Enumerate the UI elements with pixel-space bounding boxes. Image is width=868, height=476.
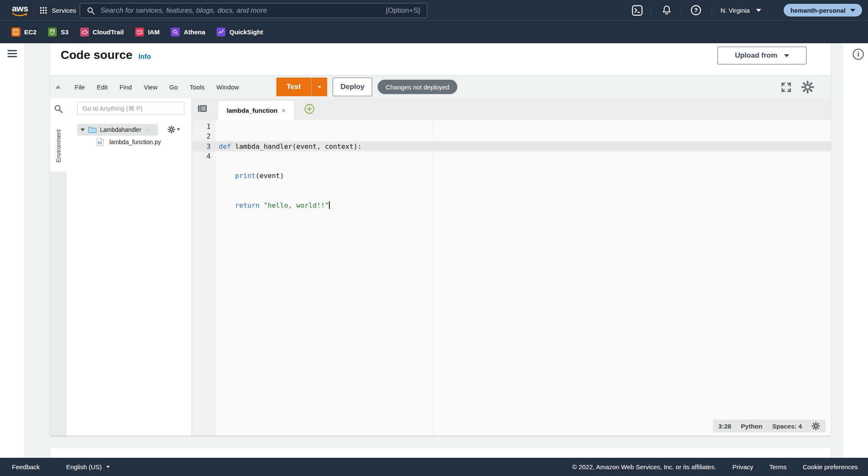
fullscreen-icon: [781, 82, 792, 93]
cursor-position[interactable]: 3:28: [718, 423, 731, 430]
line-number: 4: [192, 151, 211, 161]
tab-list-icon[interactable]: [198, 105, 207, 114]
code-line-1: def lambda_handler(event, context):: [219, 142, 362, 151]
s3-icon: [48, 28, 57, 36]
tree-folder-row[interactable]: Lambdahandler - /: [77, 124, 158, 136]
account-menu[interactable]: hemanth-personal: [784, 4, 862, 17]
collapse-editor-button[interactable]: [56, 85, 61, 89]
info-link[interactable]: Info: [139, 53, 151, 61]
feedback-link[interactable]: Feedback: [12, 463, 40, 470]
menu-item-view[interactable]: View: [138, 84, 163, 91]
menu-item-go[interactable]: Go: [163, 84, 184, 91]
notifications-button[interactable]: [661, 0, 672, 20]
region-label: N. Virginia: [721, 7, 750, 14]
tree-settings-button[interactable]: [167, 125, 180, 134]
fullscreen-button[interactable]: [781, 82, 792, 95]
aws-logo-text: aws: [12, 3, 28, 13]
hamburger-menu-icon[interactable]: [8, 50, 17, 51]
caret-down-icon: [318, 86, 321, 88]
new-tab-button[interactable]: [304, 104, 314, 114]
goto-anything-input[interactable]: [77, 102, 184, 115]
test-button-label[interactable]: Test: [276, 78, 312, 96]
code-token-string: "hello, world!!": [264, 201, 329, 209]
line-number: 1: [192, 122, 211, 131]
bell-icon: [661, 5, 672, 16]
badge-label: Changes not deployed: [386, 84, 449, 91]
environment-tab[interactable]: Environment: [50, 120, 67, 172]
favorite-label: QuickSight: [229, 28, 263, 36]
statusbar-settings-gear-icon[interactable]: [812, 422, 820, 430]
menu-item-edit[interactable]: Edit: [91, 84, 114, 91]
region-selector[interactable]: N. Virginia: [721, 0, 761, 20]
cookie-preferences-link[interactable]: Cookie preferences: [803, 463, 858, 470]
test-button[interactable]: Test: [276, 78, 327, 96]
svg-text:?: ?: [694, 7, 698, 14]
code-token: [219, 172, 235, 180]
favorite-ec2[interactable]: EC2: [11, 28, 36, 36]
file-tree-panel: Lambdahandler - / lambda_function.py: [67, 120, 192, 436]
terms-link[interactable]: Terms: [769, 463, 787, 470]
info-panel-toggle-icon[interactable]: i: [853, 49, 864, 60]
favorite-athena[interactable]: Athena: [171, 28, 205, 36]
code-token: [259, 201, 264, 209]
global-search-input[interactable]: Search for services, features, blogs, do…: [80, 3, 427, 18]
test-dropdown-button[interactable]: [312, 78, 327, 96]
sidebar-tab-strip: Environment: [50, 120, 67, 436]
code-token: (event): [256, 172, 284, 180]
cloudshell-button[interactable]: [632, 0, 643, 20]
line-number-gutter: [192, 120, 216, 436]
python-file-icon: [97, 138, 104, 146]
account-label: hemanth-personal: [790, 7, 846, 14]
code-token-keyword: def: [219, 142, 231, 150]
changes-not-deployed-badge: Changes not deployed: [378, 80, 457, 94]
tab-close-icon[interactable]: ×: [281, 107, 286, 114]
tab-lambda-function[interactable]: lambda_function ×: [217, 100, 295, 120]
aws-lambda-console: aws Services Search for services, featur…: [0, 0, 868, 476]
language-selector[interactable]: English (US): [66, 463, 110, 470]
services-menu-button[interactable]: Services: [40, 0, 76, 20]
sidebar-search-area: [50, 98, 192, 120]
aws-logo[interactable]: aws: [10, 3, 30, 17]
ec2-icon: [11, 28, 20, 36]
indentation-setting[interactable]: Spaces: 4: [772, 423, 802, 430]
tree-file-row[interactable]: lambda_function.py: [97, 138, 161, 146]
favorite-label: CloudTrail: [93, 28, 124, 36]
divider: [681, 5, 682, 16]
tab-label: lambda_function: [227, 107, 278, 114]
help-panel-rail: i: [843, 43, 868, 458]
favorite-label: Athena: [184, 28, 205, 36]
language-label: English (US): [66, 463, 102, 470]
menu-item-window[interactable]: Window: [211, 84, 245, 91]
editor-toolbar: File Edit Find View Go Tools Window Test…: [50, 75, 831, 98]
favorite-s3[interactable]: S3: [48, 28, 68, 36]
favorite-label: IAM: [148, 28, 160, 36]
menu-item-find[interactable]: Find: [114, 84, 138, 91]
editor-tab-bar: lambda_function ×: [192, 98, 831, 120]
line-number: 2: [192, 131, 211, 141]
line-number: 3: [192, 142, 211, 151]
search-placeholder: Search for services, features, blogs, do…: [100, 6, 386, 15]
athena-icon: [171, 28, 180, 36]
deploy-label: Deploy: [340, 83, 364, 91]
upload-from-button[interactable]: Upload from: [718, 47, 807, 64]
menu-item-file[interactable]: File: [69, 84, 91, 91]
favorite-quicksight[interactable]: QuickSight: [217, 28, 263, 36]
favorite-iam[interactable]: IAM: [135, 28, 160, 36]
privacy-link[interactable]: Privacy: [732, 463, 753, 470]
menu-item-tools[interactable]: Tools: [184, 84, 210, 91]
code-editor[interactable]: 1 2 3 4 def lambda_handler(event, contex…: [192, 120, 831, 436]
code-line-3: return "hello, world!!": [219, 200, 362, 210]
search-icon: [87, 7, 95, 15]
favorite-cloudtrail[interactable]: CloudTrail: [80, 28, 124, 36]
deploy-button[interactable]: Deploy: [333, 78, 372, 96]
editor-settings-button[interactable]: [801, 81, 814, 95]
tree-caret-down-icon[interactable]: [81, 128, 85, 131]
help-icon: ?: [690, 5, 701, 16]
help-button[interactable]: ?: [690, 0, 701, 20]
gear-icon: [801, 81, 814, 94]
text-cursor: [329, 201, 330, 209]
page-title: Code source: [61, 48, 133, 62]
language-mode[interactable]: Python: [741, 423, 762, 430]
cloudshell-terminal-icon: [632, 5, 643, 16]
file-name: lambda_function.py: [109, 139, 161, 145]
